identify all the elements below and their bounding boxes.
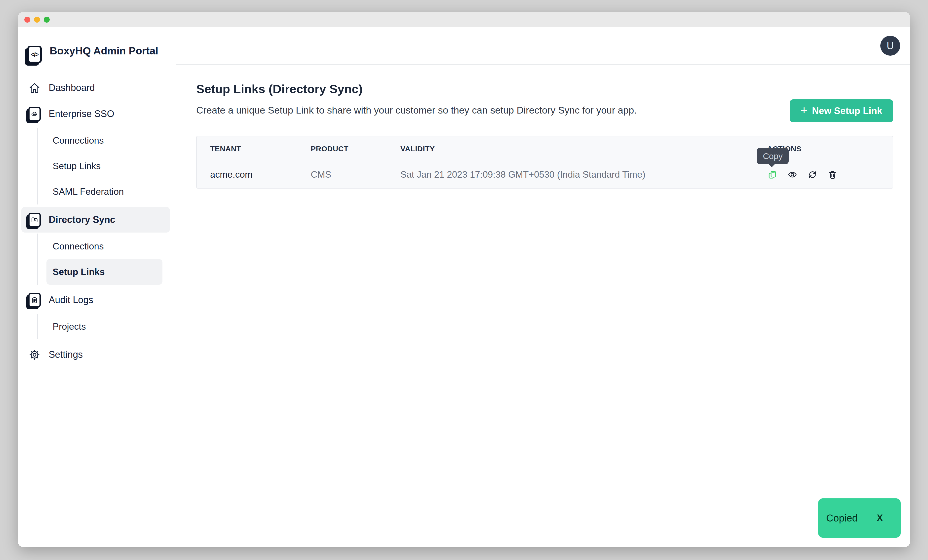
sso-submenu: Connections Setup Links SAML Federation xyxy=(37,128,170,204)
page-description: Create a unique Setup Link to share with… xyxy=(196,104,718,117)
page-title: Setup Links (Directory Sync) xyxy=(196,82,893,96)
brand: </> BoxyHQ Admin Portal xyxy=(18,27,176,63)
column-header-product: PRODUCT xyxy=(296,145,389,153)
sidebar-subitem-projects[interactable]: Projects xyxy=(46,314,162,339)
cell-validity: Sat Jan 21 2023 17:09:38 GMT+0530 (India… xyxy=(389,169,755,180)
delete-link-button[interactable] xyxy=(828,170,837,179)
sidebar-item-dashboard[interactable]: Dashboard xyxy=(21,75,170,101)
home-icon xyxy=(27,82,42,94)
cell-tenant: acme.com xyxy=(197,169,296,180)
folder-sync-icon xyxy=(27,213,42,227)
new-setup-link-button[interactable]: + New Setup Link xyxy=(790,99,893,122)
tooltip: Copy xyxy=(757,148,789,164)
maximize-window-button[interactable] xyxy=(44,17,50,23)
tooltip-label: Copy xyxy=(763,151,783,161)
refresh-icon xyxy=(808,170,817,179)
close-window-button[interactable] xyxy=(24,17,30,23)
sidebar-item-label: Directory Sync xyxy=(49,214,115,225)
user-avatar[interactable]: U xyxy=(880,36,900,56)
sidebar-item-label: Dashboard xyxy=(49,82,95,93)
new-setup-link-label: New Setup Link xyxy=(812,105,882,116)
copy-link-button[interactable] xyxy=(768,170,777,179)
sidebar-item-label: Audit Logs xyxy=(49,294,93,305)
column-header-tenant: TENANT xyxy=(197,145,296,153)
column-header-validity: VALIDITY xyxy=(389,145,755,153)
copy-icon xyxy=(768,170,777,179)
audit-logs-submenu: Projects xyxy=(37,314,170,339)
brand-title: BoxyHQ Admin Portal xyxy=(50,42,158,60)
sidebar-nav: Dashboard Enterprise SSO xyxy=(18,75,176,368)
plus-icon: + xyxy=(801,104,807,116)
window-body: </> BoxyHQ Admin Portal Dashboard xyxy=(18,27,910,547)
table-row: acme.com CMS Sat Jan 21 2023 17:09:38 GM… xyxy=(197,161,893,188)
page-content: Setup Links (Directory Sync) Create a un… xyxy=(176,65,910,547)
sidebar-subitem-saml-federation[interactable]: SAML Federation xyxy=(46,179,162,204)
sidebar-item-enterprise-sso[interactable]: Enterprise SSO xyxy=(21,101,170,127)
regenerate-link-button[interactable] xyxy=(808,170,817,179)
screenshot-stage: </> BoxyHQ Admin Portal Dashboard xyxy=(0,0,928,560)
sidebar-subitem-sso-setup-links[interactable]: Setup Links xyxy=(46,153,162,179)
setup-links-table: TENANT PRODUCT VALIDITY ACTIONS acme.com… xyxy=(196,136,893,189)
boxyhq-logo-icon: </> xyxy=(27,46,42,63)
sidebar-item-audit-logs[interactable]: Audit Logs xyxy=(21,287,170,313)
cell-product: CMS xyxy=(296,169,389,180)
directory-sync-submenu: Connections Setup Links xyxy=(37,233,170,285)
sso-cloud-key-icon xyxy=(27,107,42,121)
top-header-bar: U xyxy=(176,27,910,65)
toast-message: Copied xyxy=(826,513,858,524)
sidebar-subitem-ds-connections[interactable]: Connections xyxy=(46,233,162,259)
toast: Copied X xyxy=(818,498,901,538)
gear-icon xyxy=(27,349,42,361)
main-area: U Setup Links (Directory Sync) Create a … xyxy=(176,27,910,547)
sidebar-subitem-ds-setup-links[interactable]: Setup Links xyxy=(46,259,162,285)
trash-icon xyxy=(828,170,837,179)
minimize-window-button[interactable] xyxy=(34,17,40,23)
sidebar-item-directory-sync[interactable]: Directory Sync xyxy=(21,207,170,232)
view-link-button[interactable] xyxy=(788,170,797,179)
sidebar-item-settings[interactable]: Settings xyxy=(21,342,170,368)
sidebar-item-label: Settings xyxy=(49,349,83,360)
window-titlebar xyxy=(18,12,910,27)
row-actions xyxy=(755,170,893,179)
toast-close-button[interactable]: X xyxy=(877,513,883,523)
sidebar: </> BoxyHQ Admin Portal Dashboard xyxy=(18,27,176,547)
sidebar-item-label: Enterprise SSO xyxy=(49,108,114,119)
eye-icon xyxy=(788,170,797,179)
clipboard-icon xyxy=(27,293,42,307)
app-window: </> BoxyHQ Admin Portal Dashboard xyxy=(18,12,910,547)
sidebar-subitem-sso-connections[interactable]: Connections xyxy=(46,128,162,153)
